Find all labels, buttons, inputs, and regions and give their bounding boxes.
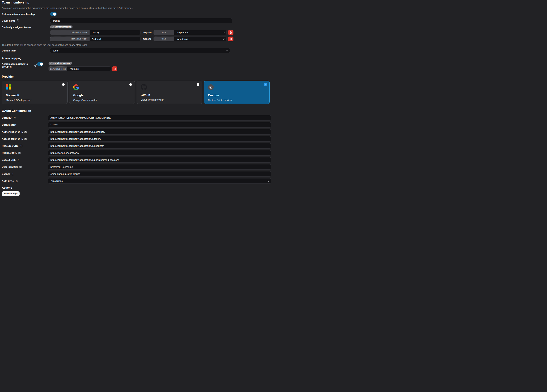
access-token-url-label: Access token URL [2,138,23,140]
claim-regex-input[interactable] [89,30,141,35]
team-addon: team [154,36,174,41]
add-team-mapping-button[interactable]: add team mapping [50,26,73,28]
team-mapping-row: claim value regex maps to team engineeri… [50,30,233,35]
provider-selected-badge [264,83,267,86]
logout-url-row: Logout URL ? [2,157,271,163]
redirect-url-label: Redirect URL [2,151,17,154]
access-token-url-row: Access token URL ? [2,136,271,142]
auth-style-row: Auth Style ? Auto Detect [2,178,271,184]
microsoft-logo-icon [6,84,11,89]
help-icon: ? [18,152,21,154]
provider-card-name: Github [141,93,198,97]
client-id-label: Client ID [2,117,12,119]
provider-card-name: Google [73,94,131,97]
team-select[interactable]: sysadmins [174,36,227,41]
assign-admin-rights-label: Assign admin rights to group(s) [2,62,33,68]
access-token-url-input[interactable] [48,136,271,142]
help-icon: ? [17,159,19,161]
help-icon: ? [15,180,18,182]
add-admin-mapping-label: add admin mapping [53,62,70,64]
statically-assigned-teams-row: Statically assigned teams add team mappi… [2,26,271,41]
custom-provider-icon [208,84,214,90]
team-membership-title: Team membership [2,1,271,4]
client-id-input[interactable] [48,115,271,121]
provider-card-name: Custom [208,94,266,97]
help-icon: ? [20,145,22,147]
maps-to-label: maps to [143,31,151,34]
scopes-input[interactable] [48,171,271,177]
trash-icon [230,31,232,34]
statically-assigned-teams-label: Statically assigned teams [2,26,50,29]
provider-card-description: Google OAuth provider [73,99,131,102]
delete-team-mapping-button[interactable] [228,36,233,41]
user-identifier-label: User identifier [2,165,18,168]
resource-url-label: Resource URL [2,144,19,147]
circled-plus-icon [50,62,52,64]
claim-name-label: Claim name [2,19,15,22]
delete-team-mapping-button[interactable] [228,30,233,35]
provider-radio-unselected[interactable] [129,83,132,86]
provider-card-github[interactable]: Github Github OAuth provider [137,81,202,104]
client-secret-input[interactable] [48,122,271,128]
provider-card-microsoft[interactable]: Microsoft Microsoft OAuth provider [2,81,68,104]
default-team-row: Default team users [2,48,271,53]
admin-mapping-regex-row: claim value regex [48,66,117,71]
default-team-note: The default team will be assigned when t… [2,44,271,47]
add-team-mapping-label: add team mapping [55,26,71,28]
redirect-url-row: Redirect URL ? [2,150,271,156]
trash-icon [230,38,232,40]
auth-style-label: Auth Style [2,179,14,182]
team-addon: team [154,30,174,35]
assign-admin-rights-toggle[interactable] [37,62,43,66]
user-identifier-row: User identifier ? [2,164,271,170]
check-icon [265,84,267,85]
provider-cards: Microsoft Microsoft OAuth provider Googl… [2,81,271,104]
automatic-team-membership-row: Automatic team membership [2,12,271,16]
scopes-row: Scopes ? [2,171,271,177]
team-select[interactable]: engineering [174,30,227,35]
provider-card-custom[interactable]: Custom Custom OAuth provider [204,81,270,104]
resource-url-row: Resource URL ? [2,143,271,149]
client-secret-label: Client secret [2,124,16,126]
logout-url-input[interactable] [48,157,271,163]
team-mapping-row: claim value regex maps to team sysadmins [50,36,233,41]
provider-title: Provider [2,75,271,79]
github-logo-icon [141,84,147,90]
redirect-url-input[interactable] [48,150,271,156]
user-identifier-input[interactable] [48,164,271,170]
help-icon: ? [12,173,14,175]
authorization-url-row: Authorization URL ? [2,129,271,135]
logout-url-label: Logout URL [2,158,15,161]
claim-regex-input[interactable] [89,36,141,41]
claim-value-regex-addon: claim value regex [50,36,89,41]
claim-name-row: Claim name ? [2,18,271,23]
provider-card-description: Microsoft OAuth provider [6,99,63,102]
delete-admin-mapping-button[interactable] [112,66,117,71]
automatic-team-membership-toggle[interactable] [50,12,57,16]
save-settings-button[interactable]: Save settings [2,191,20,196]
help-icon: ? [24,131,27,133]
resource-url-input[interactable] [48,143,271,149]
provider-card-google[interactable]: Google Google OAuth provider [69,81,135,104]
help-icon: ? [19,166,22,168]
help-icon: ? [34,64,37,67]
help-icon: ? [24,138,27,140]
provider-radio-unselected[interactable] [197,83,199,86]
authorization-url-input[interactable] [48,129,271,135]
scopes-label: Scopes [2,172,10,175]
provider-card-description: Custom OAuth provider [208,99,266,102]
provider-card-description: Github OAuth provider [141,99,198,101]
default-team-select[interactable]: users [50,48,230,53]
maps-to-label: maps to [143,38,151,40]
oauth-settings-page: Team membership Automatic team membershi… [0,0,274,200]
add-admin-mapping-button[interactable]: add admin mapping [48,62,72,65]
claim-value-regex-addon: claim value regex [50,30,89,35]
claim-value-regex-addon: claim value regex [48,66,67,71]
auth-style-select[interactable]: Auto Detect [48,178,271,184]
authorization-url-label: Authorization URL [2,131,23,133]
admin-claim-regex-input[interactable] [67,66,111,71]
provider-radio-unselected[interactable] [62,83,65,86]
help-icon: ? [13,117,15,119]
claim-name-input[interactable] [50,18,232,23]
help-icon: ? [17,19,19,22]
